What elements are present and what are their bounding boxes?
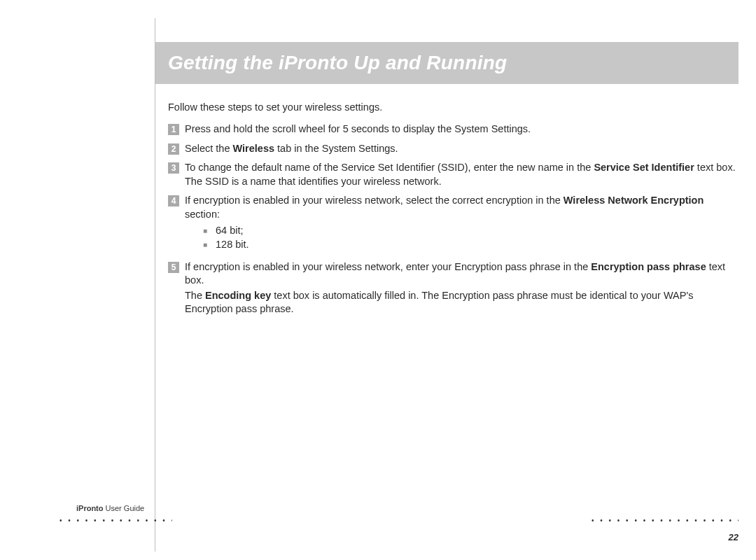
step-3: 3 To change the default name of the Serv… [168, 161, 738, 188]
bullet-item: 64 bit; [203, 224, 738, 238]
intro-text: Follow these steps to set your wireless … [168, 102, 738, 113]
step-5: 5 If encryption is enabled in your wirel… [168, 260, 738, 316]
step-body: Select the Wireless tab in the System Se… [185, 142, 738, 156]
footer-dots-left: • • • • • • • • • • • • • • • • • • • • … [59, 517, 172, 522]
text: section: [185, 209, 220, 220]
bold: Wireless Network Encryption [564, 195, 704, 206]
bullet-list: 64 bit; 128 bit. [203, 224, 738, 251]
text: To change the default name of the Servic… [185, 162, 594, 173]
step-4: 4 If encryption is enabled in your wirel… [168, 194, 738, 254]
footer: iPronto User Guide • • • • • • • • • • •… [18, 504, 738, 532]
bold: Encoding key [205, 290, 271, 301]
step-body: If encryption is enabled in your wireles… [185, 260, 738, 316]
bullet-item: 128 bit. [203, 238, 738, 252]
step-body: To change the default name of the Servic… [185, 161, 738, 188]
footer-dots-right: • • • • • • • • • • • • • • • • • • • • … [592, 517, 738, 522]
content-column: Follow these steps to set your wireless … [168, 102, 738, 322]
bold: Encryption pass phrase [591, 261, 706, 272]
text: tab in the System Settings. [274, 143, 398, 154]
text: If encryption is enabled in your wireles… [185, 261, 591, 272]
vertical-divider [155, 18, 155, 552]
step-number: 1 [168, 124, 179, 135]
text: If encryption is enabled in your wireles… [185, 195, 564, 206]
bold: Wireless [233, 143, 275, 154]
footer-doc: User Guide [104, 504, 145, 512]
step-number: 3 [168, 162, 179, 174]
step-number: 5 [168, 262, 179, 273]
step-number: 2 [168, 144, 179, 155]
step-body: Press and hold the scroll wheel for 5 se… [185, 122, 738, 136]
page-title: Getting the iPronto Up and Running [168, 52, 507, 74]
step-2: 2 Select the Wireless tab in the System … [168, 142, 738, 156]
text: The [185, 290, 205, 301]
page-number: 22 [729, 532, 738, 542]
header-band: Getting the iPronto Up and Running [155, 42, 738, 84]
step-number: 4 [168, 195, 179, 206]
bold: Service Set Identifier [594, 162, 694, 173]
step-note: The Encoding key text box is automatical… [185, 289, 738, 316]
step-body: If encryption is enabled in your wireles… [185, 194, 738, 254]
footer-label: iPronto User Guide [76, 504, 144, 512]
text: Select the [185, 143, 233, 154]
document-page: Getting the iPronto Up and Running Follo… [0, 0, 756, 560]
footer-brand: iPronto [76, 504, 104, 512]
step-1: 1 Press and hold the scroll wheel for 5 … [168, 122, 738, 136]
